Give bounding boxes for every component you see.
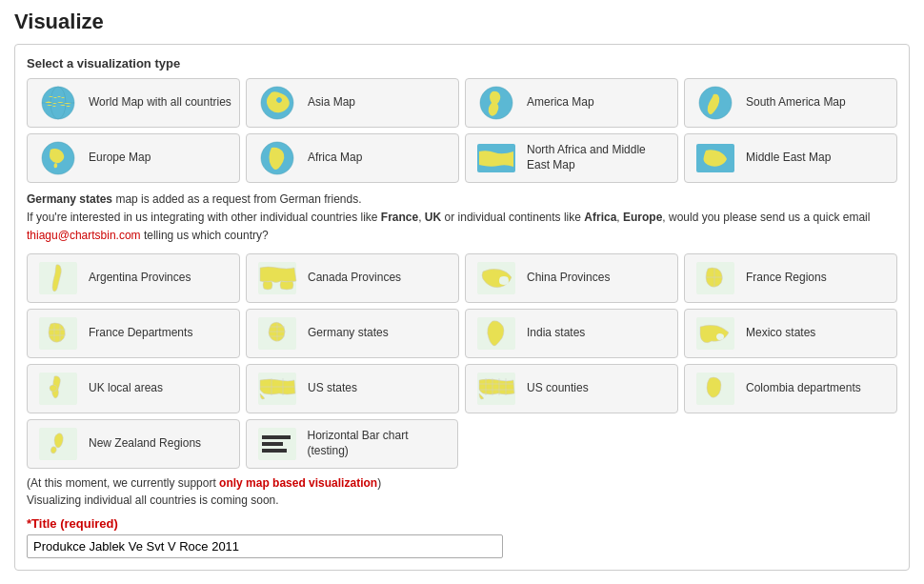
vis-label-bar-chart: Horizontal Bar chart (testing) xyxy=(308,429,451,458)
north-africa-map-icon xyxy=(473,140,519,176)
vis-item-bar-chart[interactable]: Horizontal Bar chart (testing) xyxy=(246,419,459,469)
vis-label-us-states: US states xyxy=(308,381,357,396)
svg-rect-45 xyxy=(262,449,287,453)
vis-item-argentina[interactable]: Argentina Provinces xyxy=(27,253,240,303)
title-label: *Title (required) xyxy=(27,516,897,531)
vis-label-uk: UK local areas xyxy=(89,381,163,396)
vis-label-middle-east-map: Middle East Map xyxy=(746,151,831,166)
vis-item-china[interactable]: China Provinces xyxy=(465,253,678,303)
mexico-icon xyxy=(693,315,738,352)
vis-label-europe-map: Europe Map xyxy=(89,151,151,166)
europe-map-icon xyxy=(35,140,81,176)
vis-item-canada[interactable]: Canada Provinces xyxy=(246,253,459,303)
india-icon xyxy=(473,315,519,352)
canada-icon xyxy=(254,260,300,296)
germany-icon xyxy=(254,315,300,352)
notice-text: (At this moment, we currently support on… xyxy=(27,476,897,490)
middle-east-map-icon xyxy=(693,140,738,176)
africa-map-icon xyxy=(254,140,300,176)
china-icon xyxy=(473,260,519,296)
vis-item-new-zealand[interactable]: New Zealand Regions xyxy=(27,419,240,469)
colombia-icon xyxy=(693,371,738,407)
vis-item-us-states[interactable]: US states xyxy=(246,364,459,413)
vis-label-new-zealand: New Zealand Regions xyxy=(89,436,201,452)
notice-highlight: only map based visualization xyxy=(219,476,377,490)
us-counties-icon xyxy=(473,371,519,407)
vis-grid-top: World Map with all countries Asia Map A xyxy=(27,78,897,128)
section-label: Select a visualization type xyxy=(27,56,897,70)
vis-label-africa-map: Africa Map xyxy=(308,151,362,166)
world-map-icon xyxy=(35,85,81,121)
america-map-icon xyxy=(473,85,519,121)
vis-item-france-regions[interactable]: France Regions xyxy=(684,253,897,303)
vis-label-argentina: Argentina Provinces xyxy=(89,271,191,286)
vis-item-us-counties[interactable]: US counties xyxy=(465,364,678,413)
vis-item-france-dept[interactable]: France Departments xyxy=(27,309,240,358)
vis-grid-sixth: New Zealand Regions Horizontal Bar chart… xyxy=(27,419,897,469)
info-bold-uk: UK xyxy=(425,211,441,224)
vis-item-middle-east-map[interactable]: Middle East Map xyxy=(684,133,897,183)
vis-item-europe-map[interactable]: Europe Map xyxy=(27,133,240,183)
vis-item-world-map[interactable]: World Map with all countries xyxy=(27,78,240,128)
vis-item-india[interactable]: India states xyxy=(465,309,678,358)
vis-item-south-america-map[interactable]: South America Map xyxy=(684,78,897,128)
vis-label-mexico: Mexico states xyxy=(746,326,815,341)
svg-rect-44 xyxy=(262,442,283,446)
vis-label-germany: Germany states xyxy=(308,326,389,341)
vis-label-world-map: World Map with all countries xyxy=(89,95,231,111)
vis-item-mexico[interactable]: Mexico states xyxy=(684,309,897,358)
info-bold-europe: Europe xyxy=(623,211,662,224)
vis-item-uk[interactable]: UK local areas xyxy=(27,364,240,413)
vis-label-france-regions: France Regions xyxy=(746,271,827,286)
argentina-icon xyxy=(35,260,81,296)
new-zealand-icon xyxy=(35,426,81,462)
vis-label-north-africa-map: North Africa and Middle East Map xyxy=(527,143,670,172)
vis-item-germany[interactable]: Germany states xyxy=(246,309,459,358)
vis-label-india: India states xyxy=(527,326,585,341)
vis-grid-fifth: UK local areas US states xyxy=(27,364,897,413)
vis-label-colombia: Colombia departments xyxy=(746,381,861,396)
title-input[interactable] xyxy=(27,534,503,558)
vis-item-asia-map[interactable]: Asia Map xyxy=(246,78,459,128)
svg-rect-43 xyxy=(262,435,291,439)
info-text: Germany states map is added as a request… xyxy=(27,191,897,246)
us-states-icon xyxy=(254,371,300,407)
vis-label-france-dept: France Departments xyxy=(89,326,192,341)
vis-item-north-africa-map[interactable]: North Africa and Middle East Map xyxy=(465,133,678,183)
main-container: Select a visualization type World Map wi… xyxy=(14,44,910,571)
page-title: Visualize xyxy=(14,10,910,34)
vis-label-us-counties: US counties xyxy=(527,381,589,396)
france-regions-icon xyxy=(693,260,738,296)
france-dept-icon xyxy=(35,315,81,352)
vis-label-america-map: America Map xyxy=(527,95,594,111)
vis-item-africa-map[interactable]: Africa Map xyxy=(246,133,459,183)
south-america-map-icon xyxy=(693,85,738,121)
vis-grid-third: Argentina Provinces Canada Provinces xyxy=(27,253,897,303)
vis-grid-second: Europe Map Africa Map North Africa and M… xyxy=(27,133,897,183)
uk-icon xyxy=(35,371,81,407)
info-bold-africa: Africa xyxy=(584,211,616,224)
vis-label-south-america-map: South America Map xyxy=(746,95,846,111)
info-bold-germany: Germany states xyxy=(27,192,112,206)
asia-map-icon xyxy=(254,85,300,121)
coming-soon-text: Visualizing individual all countries is … xyxy=(27,493,897,507)
vis-grid-fourth: France Departments Germany states xyxy=(27,309,897,358)
vis-label-china: China Provinces xyxy=(527,271,610,286)
vis-label-canada: Canada Provinces xyxy=(308,271,401,286)
info-email-link[interactable]: thiagu@chartsbin.com xyxy=(27,229,141,242)
vis-item-colombia[interactable]: Colombia departments xyxy=(684,364,897,413)
vis-item-america-map[interactable]: America Map xyxy=(465,78,678,128)
bar-chart-icon xyxy=(254,426,300,462)
vis-label-asia-map: Asia Map xyxy=(308,95,355,111)
info-bold-france: France xyxy=(381,211,418,224)
